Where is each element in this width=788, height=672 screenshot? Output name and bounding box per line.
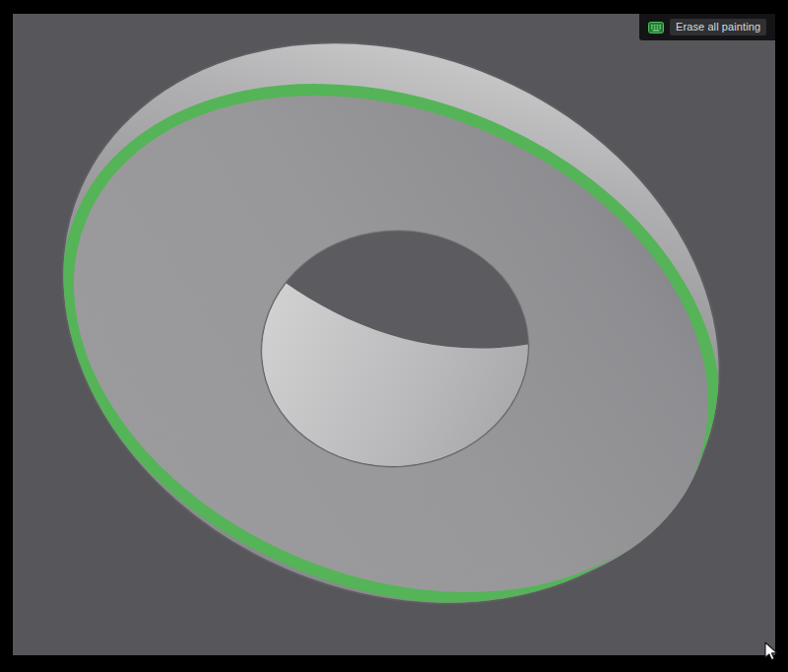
app-window: Erase all painting (0, 0, 788, 672)
erase-all-painting-button[interactable]: Erase all painting (670, 19, 766, 35)
erase-hint-bar[interactable]: Erase all painting (639, 14, 775, 40)
3d-canvas[interactable] (13, 14, 775, 655)
3d-viewport[interactable]: Erase all painting (13, 14, 775, 655)
keyboard-icon (648, 22, 664, 34)
